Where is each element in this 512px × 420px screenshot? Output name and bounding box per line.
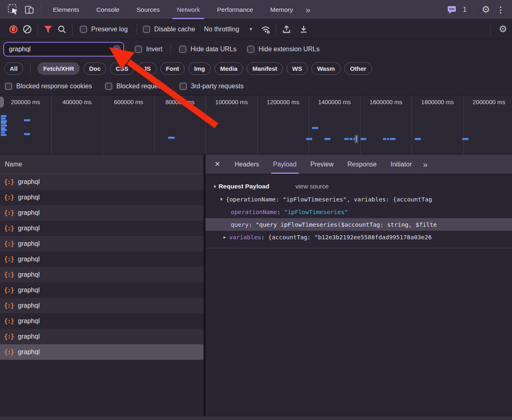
- chip-media[interactable]: Media: [214, 62, 243, 75]
- tab-payload[interactable]: Payload: [266, 155, 304, 174]
- request-name: graphql: [18, 287, 39, 294]
- tab-console[interactable]: Console: [88, 0, 128, 19]
- table-row[interactable]: {:}graphql: [0, 190, 203, 205]
- chip-font[interactable]: Font: [160, 62, 185, 75]
- toggle-3rd-party-requests[interactable]: 3rd-party requests: [179, 83, 244, 90]
- name-column-header[interactable]: Name: [0, 155, 203, 174]
- request-rows: {:}graphql{:}graphql{:}graphql{:}graphql…: [0, 174, 203, 360]
- request-name: graphql: [18, 194, 39, 201]
- chip-css[interactable]: CSS: [110, 62, 134, 75]
- preserve-log-label: Preserve log: [91, 26, 128, 33]
- payload-query-line[interactable]: query: "query ipFlowTimeseries($accountT…: [206, 218, 512, 231]
- triangle-right-icon[interactable]: ▶: [223, 235, 226, 239]
- tick-label: 800000 ms: [165, 99, 195, 105]
- blocked-requests-checkbox[interactable]: [105, 83, 112, 90]
- chip-wasm[interactable]: Wasm: [311, 62, 341, 75]
- table-row[interactable]: {:}graphql: [0, 298, 203, 313]
- table-row[interactable]: {:}graphql: [0, 329, 203, 344]
- chip-manifest[interactable]: Manifest: [247, 62, 283, 75]
- waterfall-bar: [306, 138, 312, 140]
- network-settings-gear-icon[interactable]: ⚙: [499, 24, 507, 34]
- hide-extension-urls-checkbox[interactable]: [247, 46, 254, 53]
- inspect-element-icon[interactable]: [5, 2, 21, 18]
- chip-fetch-xhr[interactable]: Fetch/XHR: [37, 62, 80, 75]
- table-row[interactable]: {:}graphql: [0, 344, 203, 360]
- chip-js[interactable]: JS: [138, 62, 156, 75]
- network-conditions-icon[interactable]: [259, 22, 273, 36]
- details-more-tabs-icon[interactable]: »: [419, 160, 431, 169]
- hide-extension-urls-label: Hide extension URLs: [258, 46, 319, 53]
- tab-elements[interactable]: Elements: [44, 0, 88, 19]
- issues-icon[interactable]: [446, 2, 458, 18]
- invert-toggle[interactable]: Invert: [135, 46, 162, 53]
- payload-variables-line[interactable]: ▶ variables: {accountTag: "b12e3b2192ee5…: [206, 231, 512, 243]
- table-row[interactable]: {:}graphql: [0, 267, 203, 282]
- waterfall-selection-marker[interactable]: [354, 135, 358, 143]
- json-braces-icon: {:}: [4, 256, 14, 263]
- 3rd-party-requests-checkbox[interactable]: [179, 83, 187, 90]
- table-row[interactable]: {:}graphql: [0, 174, 203, 190]
- filter-input[interactable]: [4, 46, 123, 53]
- clear-network-log-button[interactable]: [20, 22, 34, 36]
- kebab-menu-icon[interactable]: ⋮: [494, 5, 507, 15]
- more-tabs-icon[interactable]: »: [302, 5, 314, 15]
- blocked-response-cookies-label: Blocked response cookies: [16, 83, 92, 90]
- hide-data-urls-checkbox[interactable]: [179, 46, 186, 53]
- details-tabs: HeadersPayloadPreviewResponseInitiator: [228, 155, 419, 174]
- table-row[interactable]: {:}graphql: [0, 221, 203, 236]
- overview-grip-handle[interactable]: [0, 97, 4, 107]
- clear-filter-icon[interactable]: ✕: [112, 45, 121, 54]
- table-row[interactable]: {:}graphql: [0, 313, 203, 329]
- disable-cache-checkbox[interactable]: [143, 26, 150, 33]
- preserve-log-checkbox[interactable]: [80, 26, 87, 33]
- hide-data-urls-label: Hide data URLs: [190, 46, 236, 53]
- blocked-response-cookies-checkbox[interactable]: [5, 83, 12, 90]
- search-icon[interactable]: [55, 22, 69, 36]
- toggle-blocked-requests[interactable]: Blocked requests: [105, 83, 166, 90]
- json-braces-icon: {:}: [4, 287, 14, 294]
- tab-headers[interactable]: Headers: [228, 155, 266, 174]
- throttling-dropdown[interactable]: No throttling ▼: [204, 26, 253, 33]
- close-icon[interactable]: ✕: [206, 155, 228, 174]
- table-row[interactable]: {:}graphql: [0, 236, 203, 252]
- filter-icon[interactable]: [41, 22, 55, 36]
- tab-performance[interactable]: Performance: [208, 0, 262, 19]
- tab-preview[interactable]: Preview: [304, 155, 341, 174]
- table-row[interactable]: {:}graphql: [0, 282, 203, 298]
- hide-extension-urls-toggle[interactable]: Hide extension URLs: [247, 46, 319, 53]
- chip-all[interactable]: All: [4, 62, 23, 75]
- view-source-link[interactable]: view source: [295, 183, 329, 190]
- chip-img[interactable]: Img: [188, 62, 211, 75]
- table-row[interactable]: {:}graphql: [0, 252, 203, 267]
- tab-memory[interactable]: Memory: [262, 0, 302, 19]
- tab-sources[interactable]: Sources: [128, 0, 168, 19]
- export-har-icon[interactable]: [297, 22, 311, 36]
- chip-doc[interactable]: Doc: [83, 62, 106, 75]
- payload-summary-line[interactable]: ▼ {operationName: "ipFlowTimeseries", va…: [206, 193, 512, 206]
- table-row[interactable]: {:}graphql: [0, 205, 203, 221]
- import-har-icon[interactable]: [280, 22, 293, 36]
- record-network-log-button[interactable]: [7, 22, 20, 36]
- toggle-blocked-response-cookies[interactable]: Blocked response cookies: [5, 83, 92, 90]
- triangle-down-icon[interactable]: ▼: [220, 197, 223, 201]
- ruler-cell: 1800000 ms: [412, 95, 464, 154]
- settings-gear-icon[interactable]: ⚙: [481, 5, 490, 14]
- tab-initiator[interactable]: Initiator: [384, 155, 419, 174]
- disable-cache-toggle[interactable]: Disable cache: [143, 26, 195, 33]
- preserve-log-toggle[interactable]: Preserve log: [80, 26, 128, 33]
- waterfall-bar: [390, 138, 396, 140]
- tab-network[interactable]: Network: [168, 0, 208, 19]
- request-name: graphql: [18, 256, 39, 263]
- issues-count[interactable]: 1: [463, 6, 466, 13]
- chip-ws[interactable]: WS: [287, 62, 308, 75]
- tab-response[interactable]: Response: [340, 155, 383, 174]
- invert-checkbox[interactable]: [135, 46, 142, 53]
- hide-data-urls-toggle[interactable]: Hide data URLs: [179, 46, 236, 53]
- disable-cache-label: Disable cache: [154, 26, 195, 33]
- json-braces-icon: {:}: [4, 194, 14, 201]
- device-toolbar-icon[interactable]: [21, 2, 37, 18]
- triangle-down-icon[interactable]: ▼: [213, 184, 217, 189]
- network-overview-timeline[interactable]: 200000 ms400000 ms600000 ms800000 ms1000…: [0, 95, 512, 155]
- waterfall-bar: [1, 134, 7, 136]
- chip-other[interactable]: Other: [344, 62, 372, 75]
